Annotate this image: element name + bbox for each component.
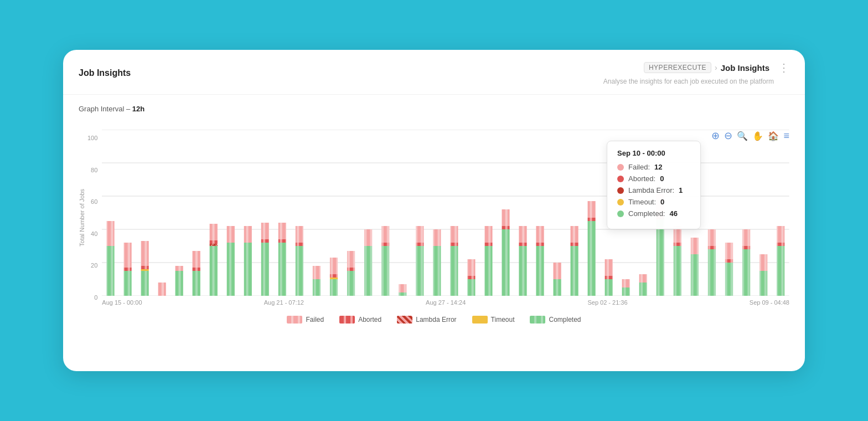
card-header: Job Insights HYPEREXECUTE › Job Insights… bbox=[63, 50, 805, 95]
svg-rect-59 bbox=[261, 223, 269, 239]
y-axis: 100 80 60 40 20 0 bbox=[87, 135, 102, 301]
svg-rect-129 bbox=[708, 249, 716, 296]
tooltip-row-timeout: Timeout: 0 bbox=[617, 198, 690, 206]
svg-rect-47 bbox=[193, 268, 200, 271]
svg-rect-90 bbox=[468, 279, 476, 296]
legend-swatch-timeout bbox=[472, 316, 488, 324]
breadcrumb-separator: › bbox=[715, 63, 717, 72]
y-axis-title: Total Number of Jobs bbox=[79, 189, 85, 247]
svg-rect-63 bbox=[296, 246, 303, 296]
svg-rect-93 bbox=[485, 246, 493, 296]
svg-rect-88 bbox=[451, 243, 458, 246]
svg-rect-54 bbox=[227, 226, 235, 243]
tooltip-box: Sep 10 - 00:00 Failed: 12 Aborted: 0 bbox=[607, 141, 701, 229]
svg-rect-94 bbox=[485, 243, 493, 246]
svg-rect-99 bbox=[519, 246, 527, 296]
svg-rect-35 bbox=[107, 221, 115, 246]
svg-rect-120 bbox=[657, 219, 664, 296]
svg-rect-70 bbox=[330, 274, 338, 278]
hand-icon[interactable]: ✋ bbox=[752, 131, 763, 141]
svg-rect-115 bbox=[605, 259, 613, 276]
svg-rect-72 bbox=[347, 271, 355, 296]
svg-rect-42 bbox=[141, 241, 149, 266]
svg-rect-111 bbox=[588, 218, 596, 221]
svg-rect-106 bbox=[554, 263, 561, 279]
legend-swatch-completed bbox=[530, 316, 545, 324]
svg-rect-139 bbox=[760, 254, 767, 271]
svg-rect-74 bbox=[347, 251, 355, 268]
legend-label-completed: Completed bbox=[549, 316, 581, 324]
svg-rect-41 bbox=[141, 266, 149, 269]
svg-rect-36 bbox=[124, 271, 132, 296]
legend-swatch-lambda bbox=[397, 316, 412, 324]
svg-rect-118 bbox=[639, 283, 647, 296]
tooltip-dot-failed bbox=[617, 164, 624, 171]
svg-rect-64 bbox=[296, 243, 303, 246]
subtitle: Analyse the insights for each job execut… bbox=[603, 75, 789, 85]
svg-rect-46 bbox=[193, 271, 200, 296]
svg-rect-110 bbox=[588, 221, 596, 296]
svg-rect-82 bbox=[416, 246, 423, 296]
svg-rect-73 bbox=[347, 268, 355, 271]
more-button[interactable]: ⋮ bbox=[778, 61, 789, 74]
svg-rect-62 bbox=[278, 223, 286, 239]
legend-label-lambda: Lambda Error bbox=[416, 316, 456, 324]
chart-wrapper: Total Number of Jobs 100 80 60 40 20 0 bbox=[79, 130, 789, 306]
menu-icon[interactable]: ≡ bbox=[783, 130, 789, 142]
search-icon[interactable]: 🔍 bbox=[737, 131, 748, 141]
svg-rect-103 bbox=[536, 243, 544, 246]
svg-rect-79 bbox=[381, 226, 389, 243]
zoom-out-icon[interactable]: ⊖ bbox=[724, 130, 732, 142]
svg-rect-104 bbox=[536, 226, 544, 243]
svg-rect-132 bbox=[725, 263, 733, 296]
svg-rect-138 bbox=[760, 271, 767, 296]
legend-item-timeout: Timeout bbox=[472, 316, 515, 324]
svg-rect-81 bbox=[399, 284, 406, 292]
tooltip-dot-lambda bbox=[617, 187, 624, 194]
svg-rect-117 bbox=[622, 279, 630, 287]
svg-rect-50 bbox=[210, 244, 218, 246]
svg-rect-108 bbox=[571, 243, 578, 246]
svg-rect-39 bbox=[141, 271, 149, 296]
tooltip-date: Sep 10 - 00:00 bbox=[617, 149, 690, 157]
svg-rect-60 bbox=[278, 243, 286, 296]
svg-rect-89 bbox=[451, 226, 458, 243]
page-title: Job Insights bbox=[79, 68, 131, 78]
svg-rect-87 bbox=[451, 246, 458, 296]
chart-controls: ⊕ ⊖ 🔍 ✋ 🏠 ≡ bbox=[711, 130, 789, 142]
svg-rect-131 bbox=[708, 229, 716, 246]
svg-rect-66 bbox=[313, 279, 321, 296]
svg-rect-142 bbox=[777, 226, 784, 243]
svg-rect-101 bbox=[519, 226, 527, 243]
svg-rect-77 bbox=[381, 246, 389, 296]
svg-rect-85 bbox=[433, 246, 441, 296]
home-icon[interactable]: 🏠 bbox=[768, 131, 779, 141]
svg-rect-136 bbox=[742, 246, 750, 249]
breadcrumb: HYPEREXECUTE › Job Insights bbox=[644, 62, 769, 73]
legend-item-failed: Failed bbox=[287, 316, 324, 324]
svg-rect-128 bbox=[691, 238, 699, 254]
svg-rect-141 bbox=[777, 243, 784, 246]
x-axis-labels: Aug 15 - 00:00 Aug 21 - 07:12 Aug 27 - 1… bbox=[102, 296, 789, 306]
svg-rect-52 bbox=[210, 224, 218, 240]
svg-rect-38 bbox=[124, 243, 132, 268]
svg-rect-55 bbox=[244, 243, 252, 296]
svg-rect-119 bbox=[639, 274, 647, 283]
svg-rect-125 bbox=[674, 243, 681, 246]
svg-rect-48 bbox=[193, 251, 200, 268]
svg-rect-49 bbox=[210, 246, 218, 296]
graph-interval: Graph Interval – 12h bbox=[79, 105, 789, 113]
svg-rect-68 bbox=[330, 279, 338, 296]
tooltip-row-failed: Failed: 12 bbox=[617, 163, 690, 171]
zoom-in-icon[interactable]: ⊕ bbox=[711, 130, 720, 142]
svg-rect-134 bbox=[725, 243, 733, 259]
legend-label-timeout: Timeout bbox=[491, 316, 515, 324]
svg-rect-84 bbox=[416, 226, 423, 243]
svg-rect-137 bbox=[742, 229, 750, 246]
svg-rect-140 bbox=[777, 246, 784, 296]
svg-rect-92 bbox=[468, 259, 476, 276]
main-card: Job Insights HYPEREXECUTE › Job Insights… bbox=[63, 50, 805, 371]
svg-rect-80 bbox=[399, 292, 406, 296]
legend-item-aborted: Aborted bbox=[339, 316, 381, 324]
legend-swatch-failed bbox=[287, 316, 302, 324]
